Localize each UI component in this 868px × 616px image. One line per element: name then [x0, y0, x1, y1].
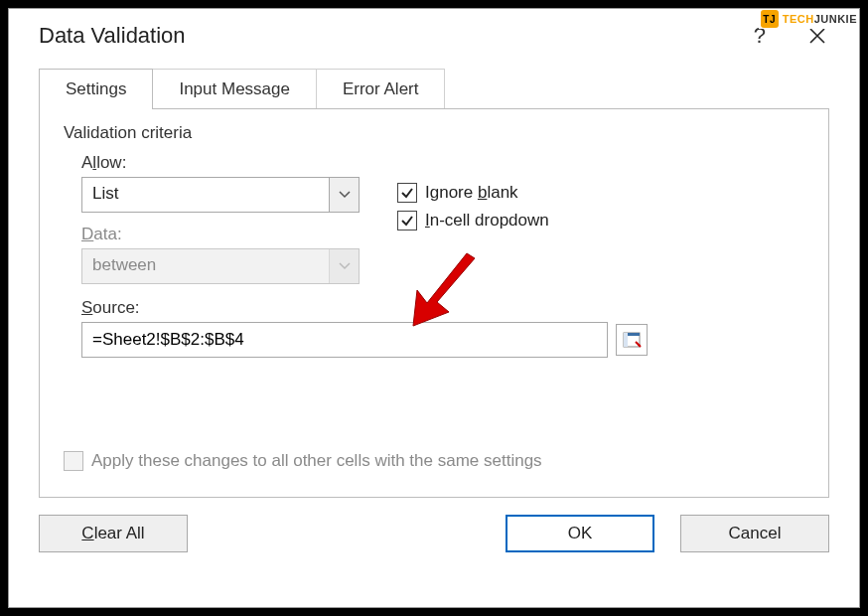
ignore-blank-checkbox[interactable]: Ignore blank: [397, 183, 549, 203]
data-dropdown: between: [81, 248, 360, 284]
clear-all-button[interactable]: Clear All: [39, 515, 188, 552]
titlebar: Data Validation ?: [9, 9, 859, 57]
data-label: Data:: [81, 225, 379, 244]
source-label: Source:: [81, 298, 804, 318]
checkbox-box: [397, 183, 417, 203]
allow-label: Allow:: [81, 153, 379, 173]
data-dropdown-arrow: [329, 249, 359, 283]
dialog-buttons: Clear All OK Cancel: [9, 499, 859, 572]
ok-button[interactable]: OK: [506, 515, 654, 552]
checkmark-icon: [400, 214, 414, 228]
tab-error-alert[interactable]: Error Alert: [316, 69, 446, 109]
dialog-window: TJ TECHJUNKIE Data Validation ? Settings…: [8, 8, 860, 608]
checkbox-box: [64, 451, 83, 471]
allow-dropdown-arrow[interactable]: [329, 178, 359, 212]
allow-dropdown[interactable]: List: [81, 177, 360, 213]
ignore-blank-label: Ignore blank: [425, 183, 518, 203]
checkbox-box: [397, 211, 417, 231]
watermark-text-1: TECH: [783, 13, 814, 25]
watermark-text-2: JUNKIE: [814, 13, 857, 25]
tab-input-message[interactable]: Input Message: [152, 69, 317, 109]
source-input[interactable]: [81, 322, 608, 358]
range-selector-icon: [622, 330, 642, 350]
watermark: TJ TECHJUNKIE: [759, 9, 859, 29]
allow-value: List: [82, 178, 329, 212]
apply-all-label: Apply these changes to all other cells w…: [91, 451, 542, 471]
chevron-down-icon: [339, 191, 351, 199]
checkmark-icon: [400, 186, 414, 200]
chevron-down-icon: [339, 262, 351, 270]
incell-dropdown-label: In-cell dropdown: [425, 211, 549, 231]
dialog-title: Data Validation: [39, 23, 186, 49]
data-value: between: [82, 249, 329, 283]
svg-rect-2: [624, 333, 628, 347]
close-icon: [807, 26, 827, 46]
apply-all-checkbox: Apply these changes to all other cells w…: [64, 451, 542, 471]
watermark-logo: TJ: [761, 10, 779, 28]
tab-settings[interactable]: Settings: [39, 69, 153, 109]
criteria-label: Validation criteria: [64, 123, 804, 143]
tabs: Settings Input Message Error Alert: [9, 57, 859, 109]
settings-panel: Validation criteria Allow: List Data: be…: [39, 108, 829, 498]
range-selector-button[interactable]: [616, 324, 648, 356]
incell-dropdown-checkbox[interactable]: In-cell dropdown: [397, 211, 549, 231]
cancel-button[interactable]: Cancel: [680, 515, 829, 552]
